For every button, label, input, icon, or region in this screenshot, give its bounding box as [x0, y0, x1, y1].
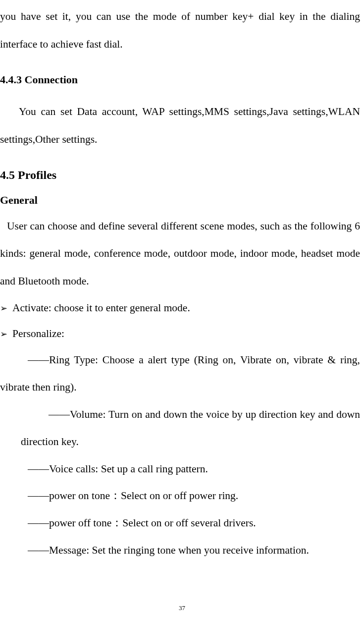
bullet-personalize: ➢ Personalize:: [0, 321, 360, 347]
sub-ring-type: ——Ring Type: Choose a alert type (Ring o…: [0, 346, 360, 401]
connection-paragraph: You can set Data account, WAP settings,M…: [0, 98, 360, 154]
sub-power-on: ——power on tone：Select on or off power r…: [0, 482, 360, 509]
sub-volume: ——Volume: Turn on and down the voice by …: [0, 401, 360, 455]
sub-message: ——Message: Set the ringing tone when you…: [0, 537, 360, 564]
bullet-marker-icon: ➢: [0, 324, 7, 345]
page-number: 37: [179, 604, 185, 612]
general-paragraph: User can choose and define several diffe…: [0, 213, 360, 296]
bullet-marker-icon: ➢: [0, 298, 7, 319]
heading-4-4-3: 4.4.3 Connection: [0, 73, 360, 86]
heading-4-5: 4.5 Profiles: [0, 169, 360, 182]
bullet-personalize-text: Personalize:: [12, 321, 64, 347]
heading-general: General: [0, 194, 360, 207]
sub-power-off: ——power off tone：Select on or off severa…: [0, 509, 360, 537]
bullet-activate-text: Activate: choose it to enter general mod…: [12, 295, 190, 321]
intro-paragraph: you have set it, you can use the mode of…: [0, 3, 360, 58]
bullet-activate: ➢ Activate: choose it to enter general m…: [0, 295, 360, 321]
sub-voice-calls: ——Voice calls: Set up a call ring patter…: [0, 455, 360, 483]
